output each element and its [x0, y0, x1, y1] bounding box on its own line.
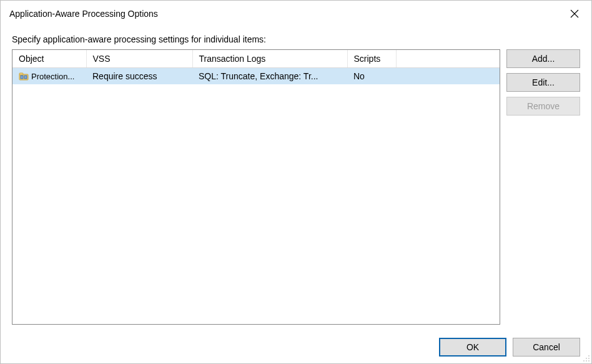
table-row[interactable] — [12, 265, 500, 283]
col-spacer — [396, 50, 500, 68]
col-txlogs[interactable]: Transaction Logs — [192, 50, 347, 68]
settings-grid[interactable]: Object VSS Transaction Logs Scripts — [12, 50, 500, 283]
col-vss[interactable]: VSS — [86, 50, 192, 68]
table-row[interactable] — [12, 121, 500, 139]
table-row[interactable] — [12, 247, 500, 265]
cell-spacer — [396, 68, 500, 85]
col-object[interactable]: Object — [12, 50, 86, 68]
svg-rect-4 — [21, 76, 23, 79]
resize-grip-icon[interactable] — [583, 355, 590, 362]
table-row[interactable] — [12, 175, 500, 193]
svg-point-9 — [583, 360, 585, 362]
cell-vss[interactable]: Require success — [86, 68, 192, 85]
cancel-button[interactable]: Cancel — [513, 338, 580, 357]
remove-button: Remove — [506, 97, 580, 116]
grid-container[interactable]: Object VSS Transaction Logs Scripts — [12, 49, 500, 325]
protection-group-icon — [19, 71, 29, 81]
side-buttons: Add... Edit... Remove — [506, 49, 580, 325]
grid-header-row: Object VSS Transaction Logs Scripts — [12, 50, 500, 68]
edit-button[interactable]: Edit... — [506, 73, 580, 92]
titlebar: Application-Aware Processing Options — [1, 1, 591, 26]
table-row[interactable] — [12, 193, 500, 211]
svg-point-8 — [588, 358, 590, 359]
table-row[interactable] — [12, 84, 500, 102]
cell-scripts[interactable]: No — [347, 68, 396, 85]
table-row[interactable] — [12, 139, 500, 157]
close-button[interactable] — [560, 4, 589, 24]
dialog-title: Application-Aware Processing Options — [9, 9, 560, 19]
grid-body: Protection... Require success SQL: Trunc… — [12, 68, 500, 284]
svg-point-10 — [586, 360, 587, 362]
table-row[interactable] — [12, 211, 500, 229]
cell-object[interactable]: Protection... — [12, 68, 86, 85]
svg-point-6 — [588, 355, 590, 357]
cell-txlogs[interactable]: SQL: Truncate, Exchange: Tr... — [192, 68, 347, 85]
main-row: Object VSS Transaction Logs Scripts — [12, 49, 580, 325]
table-row[interactable] — [12, 229, 500, 247]
dialog-window: Application-Aware Processing Options Spe… — [0, 0, 592, 364]
table-row[interactable] — [12, 157, 500, 175]
table-row[interactable] — [12, 102, 500, 121]
col-scripts[interactable]: Scripts — [347, 50, 396, 68]
svg-point-7 — [586, 358, 587, 359]
svg-point-11 — [588, 360, 590, 362]
svg-rect-5 — [24, 76, 27, 79]
ok-button[interactable]: OK — [439, 338, 506, 357]
cell-object-text: Protection... — [31, 72, 74, 81]
dialog-body: Specify application-aware processing set… — [1, 26, 591, 331]
close-icon — [570, 9, 579, 18]
add-button[interactable]: Add... — [506, 49, 580, 68]
svg-rect-3 — [19, 73, 23, 75]
instruction-text: Specify application-aware processing set… — [12, 34, 580, 44]
dialog-footer: OK Cancel — [1, 331, 591, 363]
table-row[interactable]: Protection... Require success SQL: Trunc… — [12, 68, 500, 85]
